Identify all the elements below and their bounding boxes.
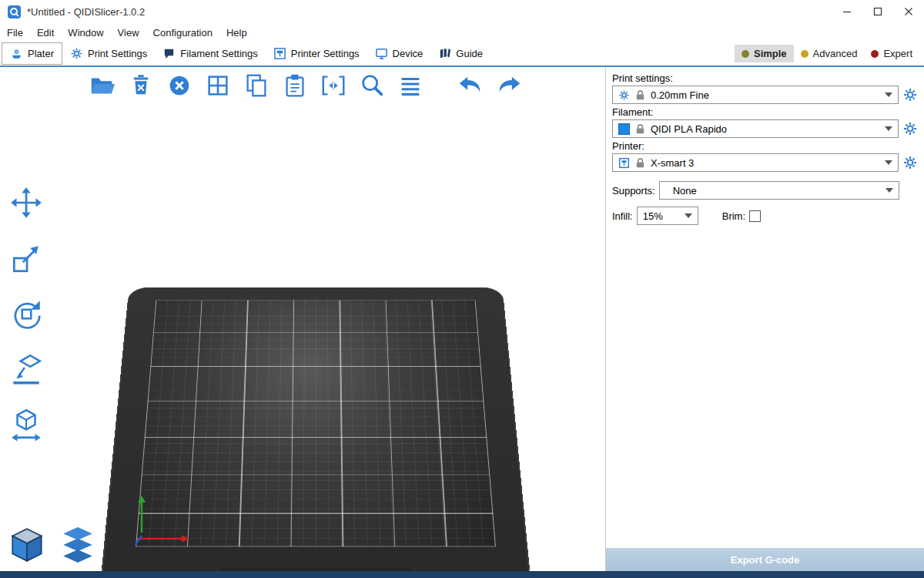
sidebar-spacer (612, 225, 918, 548)
preview-view-button[interactable] (59, 525, 97, 565)
redo-icon (495, 72, 523, 99)
filament-gear-button[interactable] (902, 121, 918, 136)
arrange-icon (204, 72, 232, 99)
filament-combo[interactable]: QIDI PLA Rapido (612, 119, 899, 138)
copy-icon (243, 72, 270, 99)
tab-print-settings[interactable]: Print Settings (62, 43, 155, 64)
maximize-icon (873, 7, 882, 16)
split-button[interactable] (319, 71, 348, 100)
undo-icon (457, 72, 484, 99)
editor-view-button[interactable] (8, 525, 46, 565)
infill-combo[interactable]: 15% (637, 207, 698, 225)
minimize-button[interactable] (832, 0, 862, 23)
print-settings-gear-button[interactable] (902, 87, 918, 102)
tab-guide[interactable]: Guide (430, 43, 490, 64)
bottom-status-strip (0, 571, 924, 578)
close-icon (904, 7, 913, 16)
copy-button[interactable] (242, 71, 271, 100)
mode-label: Simple (754, 48, 787, 59)
supports-label: Supports: (612, 185, 655, 197)
tab-label: Guide (456, 48, 483, 59)
window-title: *Untitled - QIDISlicer-1.0.2 (27, 6, 145, 18)
print-bed-handle (215, 568, 417, 571)
measure-tool-button[interactable] (8, 406, 45, 443)
print-settings-icon (70, 47, 83, 60)
split-icon (320, 72, 347, 99)
filament-settings-icon (162, 47, 176, 60)
3d-viewport[interactable] (0, 67, 606, 571)
gear-icon (618, 89, 630, 101)
delete-all-icon (166, 72, 193, 99)
tab-plater[interactable]: Plater (2, 42, 62, 65)
menu-bar: File Edit Window View Configuration Help (0, 23, 924, 42)
menu-edit[interactable]: Edit (30, 27, 61, 39)
tab-bar: Plater Print Settings Filament Settings … (0, 42, 924, 67)
tab-filament-settings[interactable]: Filament Settings (155, 43, 265, 64)
arrange-button[interactable] (203, 71, 233, 100)
plater-icon (10, 47, 23, 60)
delete-all-button[interactable] (165, 71, 194, 100)
manipulation-toolbar (8, 184, 45, 443)
supports-combo[interactable]: None (659, 181, 899, 200)
minimize-icon (842, 7, 852, 16)
undo-button[interactable] (456, 71, 485, 100)
supports-value: None (665, 185, 697, 197)
view-switcher (8, 525, 97, 565)
maximize-button[interactable] (862, 0, 893, 23)
search-button[interactable] (357, 71, 387, 100)
mode-label: Advanced (813, 48, 858, 59)
infill-label: Infill: (612, 210, 633, 222)
place-on-face-tool-button[interactable] (8, 351, 45, 388)
chevron-down-icon (685, 213, 692, 218)
mode-advanced[interactable]: Advanced (794, 45, 865, 62)
printer-gear-button[interactable] (902, 155, 918, 170)
delete-button[interactable] (126, 71, 156, 100)
lock-icon (634, 123, 646, 135)
menu-window[interactable]: Window (61, 27, 110, 39)
preview-layers-icon (59, 526, 96, 564)
layer-height-button[interactable] (396, 71, 425, 100)
menu-help[interactable]: Help (219, 27, 254, 39)
menu-view[interactable]: View (111, 27, 146, 39)
scale-tool-button[interactable] (8, 240, 45, 277)
print-settings-value: 0.20mm Fine (651, 89, 709, 101)
mode-expert[interactable]: Expert (864, 45, 919, 62)
chevron-down-icon (885, 92, 892, 97)
filament-value: QIDI PLA Rapido (651, 123, 727, 135)
place-on-face-tool-icon (8, 351, 44, 387)
advanced-mode-dot (801, 50, 808, 58)
mode-simple[interactable]: Simple (735, 45, 794, 62)
export-gcode-button[interactable]: Export G-code (606, 548, 924, 571)
sidebar: Print settings: 0.20mm Fine Filament: (606, 67, 924, 571)
menu-configuration[interactable]: Configuration (146, 27, 219, 39)
mode-label: Expert (883, 48, 912, 59)
measure-tool-icon (8, 407, 44, 442)
layer-height-icon (397, 72, 424, 99)
rotate-tool-button[interactable] (8, 295, 45, 332)
print-settings-combo[interactable]: 0.20mm Fine (612, 86, 899, 104)
object-toolbar (88, 71, 524, 100)
menu-file[interactable]: File (0, 27, 30, 39)
close-button[interactable] (893, 0, 924, 23)
printer-settings-icon (273, 47, 286, 60)
redo-button[interactable] (494, 71, 524, 100)
tab-device[interactable]: Device (367, 43, 431, 64)
filament-color-swatch (618, 123, 630, 135)
title-bar: *Untitled - QIDISlicer-1.0.2 (0, 0, 924, 23)
delete-icon (127, 72, 155, 99)
brim-checkbox[interactable] (749, 210, 761, 222)
mode-switcher: Simple Advanced Expert (735, 45, 924, 62)
rotate-tool-icon (8, 296, 44, 331)
chevron-down-icon (885, 126, 892, 131)
editor-view-cube-icon (8, 526, 45, 564)
chevron-down-icon (886, 188, 893, 193)
tab-printer-settings[interactable]: Printer Settings (266, 43, 367, 64)
chevron-down-icon (885, 160, 892, 165)
guide-icon (438, 47, 451, 60)
search-icon (358, 72, 386, 99)
tab-label: Print Settings (88, 48, 147, 59)
open-folder-button[interactable] (88, 71, 117, 100)
paste-button[interactable] (280, 71, 310, 100)
move-tool-button[interactable] (8, 184, 45, 221)
printer-combo[interactable]: X-smart 3 (612, 153, 899, 172)
